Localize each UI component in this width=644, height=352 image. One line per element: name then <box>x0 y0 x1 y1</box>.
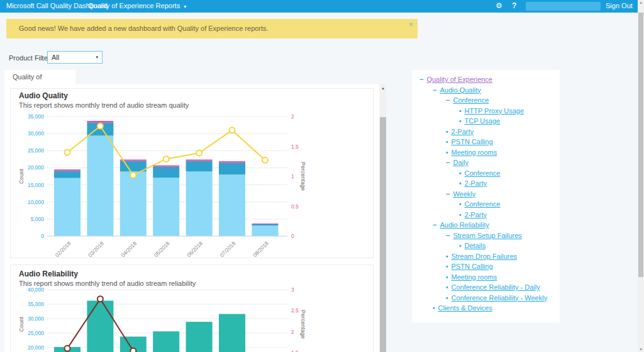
sign-out-button[interactable]: Sign Out <box>606 2 633 9</box>
tree-item: −Daily <box>412 159 560 169</box>
page-scrollbar[interactable]: ▲ ▼ <box>638 0 644 352</box>
tree-link[interactable]: 2-Party <box>465 179 487 187</box>
tree-link[interactable]: Conference <box>453 96 489 104</box>
audio-quality-subtitle: This report shows monthly trend of audio… <box>19 101 189 109</box>
tree-link[interactable]: 2-Party <box>452 128 474 135</box>
tree-item: •Conference Reliability - Weekly <box>412 294 560 305</box>
panel-scrollbar-up-icon[interactable]: ▲ <box>380 84 386 93</box>
svg-text:10,000: 10,000 <box>28 199 44 205</box>
collapse-icon[interactable]: − <box>433 221 436 229</box>
tree-item: •Details <box>412 242 560 253</box>
page-scrollbar-thumb[interactable] <box>638 13 643 277</box>
tree-item: •Conference <box>412 169 560 180</box>
svg-text:35,000: 35,000 <box>28 301 44 307</box>
panel-scrollbar-thumb[interactable] <box>380 117 386 352</box>
svg-text:40,000: 40,000 <box>28 287 44 293</box>
svg-text:25,000: 25,000 <box>28 330 44 336</box>
tree-item: −Quality of Experience <box>412 76 560 86</box>
bullet-icon: • <box>446 263 448 270</box>
tree-link[interactable]: Stream Setup Failures <box>453 232 521 239</box>
tree-link[interactable]: TCP Usage <box>465 117 501 125</box>
screen: Microsoft Call Quality Dashboard Quality… <box>0 0 644 352</box>
product-filter-value: All <box>52 54 59 61</box>
svg-text:0: 0 <box>41 233 44 239</box>
tree-item: •PSTN Calling <box>412 138 560 149</box>
tree-link[interactable]: Audio Reliability <box>440 221 489 229</box>
product-filter-label: Product Filter <box>9 54 50 62</box>
product-filter-select[interactable]: All ▾ <box>47 51 103 64</box>
collapse-icon[interactable]: − <box>419 76 423 83</box>
tree-item: •Conference Reliability - Daily <box>412 283 560 294</box>
tree-link[interactable]: Quality of Experience <box>426 76 492 83</box>
tree-link[interactable]: Conference Reliability - Daily <box>452 283 540 291</box>
svg-text:0: 0 <box>291 233 294 239</box>
tree-link[interactable]: 2-Party <box>465 211 487 219</box>
tree-link[interactable]: Daily <box>453 159 468 166</box>
tree-link[interactable]: Meeting rooms <box>452 273 497 281</box>
tree-link[interactable]: Conference <box>465 200 501 208</box>
svg-text:1.5: 1.5 <box>291 349 299 352</box>
svg-text:25,000: 25,000 <box>28 147 44 154</box>
tree-link[interactable]: PSTN Calling <box>452 138 493 145</box>
tree-item: •Stream Drop Failures <box>412 253 560 263</box>
tree-link[interactable]: HTTP Proxy Usage <box>465 107 525 115</box>
panel-scrollbar[interactable]: ▲ <box>380 84 386 352</box>
collapse-icon[interactable]: − <box>446 190 450 198</box>
svg-text:35,000: 35,000 <box>28 113 44 120</box>
bullet-icon: • <box>446 139 448 145</box>
tree-item: −Weekly <box>412 190 560 201</box>
tree-link[interactable]: PSTN Calling <box>452 263 493 270</box>
svg-text:2: 2 <box>291 329 294 335</box>
tree-link[interactable]: Conference Reliability - Weekly <box>452 294 548 302</box>
scrollbar-down-icon[interactable]: ▼ <box>638 348 644 351</box>
collapse-icon[interactable]: − <box>446 96 450 104</box>
gear-icon[interactable]: ⚙ <box>496 1 502 10</box>
tree-item: −Stream Setup Failures <box>412 232 560 242</box>
tree-item: −Conference <box>412 96 560 107</box>
tree-item: −Audio Quality <box>412 86 560 97</box>
close-icon[interactable]: × <box>408 20 413 29</box>
header-search-input[interactable] <box>526 2 601 11</box>
nav-reports-dropdown[interactable]: Quality of Experience Reports▾ <box>88 2 186 9</box>
svg-text:Percentage: Percentage <box>300 310 306 339</box>
svg-text:05/2018: 05/2018 <box>153 240 171 258</box>
tree-link[interactable]: Conference <box>465 169 501 177</box>
scrollbar-up-icon[interactable]: ▲ <box>638 1 644 4</box>
bullet-icon: • <box>459 118 462 125</box>
tree-item: •PSTN Calling <box>412 263 560 273</box>
svg-text:15,000: 15,000 <box>28 182 44 188</box>
svg-text:02/2018: 02/2018 <box>54 240 72 258</box>
tree-link[interactable]: Audio Quality <box>440 86 480 94</box>
collapse-icon[interactable]: − <box>446 232 450 239</box>
svg-text:1: 1 <box>291 173 294 179</box>
svg-text:30,000: 30,000 <box>28 130 44 137</box>
top-bar: Microsoft Call Quality Dashboard Quality… <box>0 0 638 13</box>
collapse-icon[interactable]: − <box>433 86 436 94</box>
tab-quality-of-experience[interactable]: Quality of Experience <box>4 70 75 84</box>
svg-text:Count: Count <box>18 169 25 185</box>
tree-link[interactable]: Meeting rooms <box>452 149 497 156</box>
svg-text:2: 2 <box>291 113 294 120</box>
report-tree: −Quality of Experience−Audio Quality−Con… <box>412 70 560 322</box>
bullet-icon: • <box>459 108 462 115</box>
tree-item: •2-Party <box>412 128 560 139</box>
tree-item: •2-Party <box>412 179 560 190</box>
svg-text:04/2018: 04/2018 <box>119 240 138 258</box>
tree-link[interactable]: Stream Drop Failures <box>452 253 518 260</box>
notification-banner: Good news! We have added a new dashboard… <box>6 19 418 38</box>
tree-link[interactable]: Weekly <box>453 190 475 198</box>
collapse-icon[interactable]: − <box>446 159 450 166</box>
tree-item: •2-Party <box>412 211 560 222</box>
bullet-icon: • <box>446 253 448 260</box>
help-icon[interactable]: ? <box>512 1 516 10</box>
bullet-icon: • <box>459 242 462 249</box>
svg-text:5,000: 5,000 <box>31 216 45 222</box>
bullet-icon: • <box>433 305 435 312</box>
svg-text:08/2018: 08/2018 <box>252 240 270 258</box>
tree-link[interactable]: Details <box>465 242 486 249</box>
tree-link[interactable]: Clients & Devices <box>438 304 492 312</box>
bullet-icon: • <box>459 212 462 219</box>
svg-text:Percentage: Percentage <box>300 162 306 191</box>
tree-item: •TCP Usage <box>412 117 560 128</box>
audio-reliability-title: Audio Reliability <box>19 270 78 278</box>
